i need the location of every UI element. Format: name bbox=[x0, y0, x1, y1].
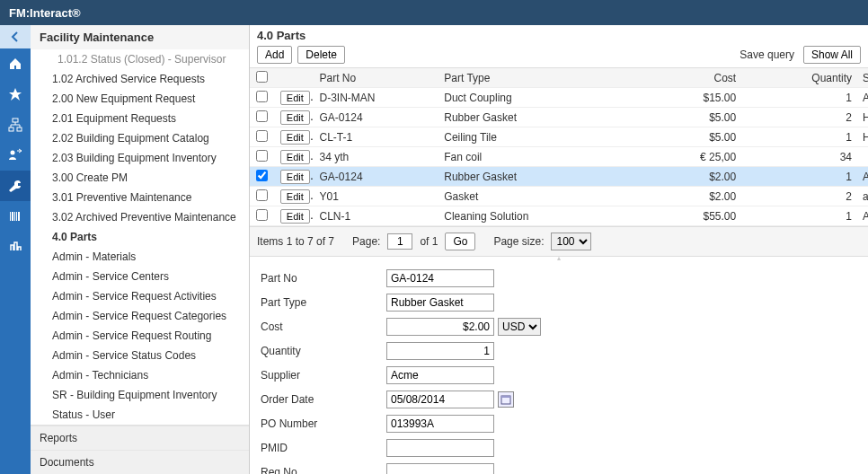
cell-cost: $5.00 bbox=[634, 111, 741, 124]
delete-button[interactable]: Delete bbox=[297, 46, 345, 64]
currency-select[interactable]: USD bbox=[498, 318, 541, 336]
cell-supplier: acme bbox=[857, 190, 868, 203]
nav-item[interactable]: 4.0 Parts bbox=[31, 227, 249, 247]
edit-button[interactable]: Edit bbox=[280, 170, 310, 184]
input-cost[interactable] bbox=[386, 318, 494, 336]
cell-supplier: Acme bbox=[857, 171, 868, 183]
row-checkbox[interactable] bbox=[256, 209, 268, 221]
input-pmid[interactable] bbox=[386, 439, 494, 457]
table-row[interactable]: EditCL-T-1Ceiling Tile$5.001Home Depot bbox=[250, 127, 868, 147]
row-checkbox[interactable] bbox=[256, 170, 268, 181]
row-checkbox[interactable] bbox=[256, 110, 268, 122]
parts-grid: Part No Part Type Cost Quantity Supplier… bbox=[250, 67, 868, 227]
table-row[interactable]: EditGA-0124Rubber Gasket$5.002Home Depot bbox=[250, 108, 868, 127]
input-supplier[interactable] bbox=[386, 366, 494, 384]
star-icon[interactable] bbox=[0, 79, 31, 110]
table-row[interactable]: EditGA-0124Rubber Gasket$2.001Acme bbox=[250, 167, 868, 187]
cell-qty: 1 bbox=[741, 92, 857, 104]
table-row[interactable]: EditD-3IN-MANDuct Coupling$15.001Acme bbox=[250, 88, 868, 108]
row-checkbox[interactable] bbox=[256, 189, 268, 201]
edit-button[interactable]: Edit bbox=[280, 91, 310, 105]
toolbar: Add Delete Save query Show All bbox=[250, 46, 868, 67]
input-ponum[interactable] bbox=[386, 415, 494, 433]
input-partno[interactable] bbox=[386, 269, 494, 287]
app-title: FM:Interact® bbox=[9, 6, 81, 20]
sidebar-section[interactable]: Documents bbox=[31, 450, 249, 474]
nav-item[interactable]: 2.00 New Equipment Request bbox=[31, 89, 249, 109]
label-qty: Quantity bbox=[261, 345, 386, 357]
go-button[interactable]: Go bbox=[445, 233, 475, 250]
col-partno[interactable]: Part No bbox=[314, 72, 439, 84]
nav-item[interactable]: 3.00 Create PM bbox=[31, 168, 249, 188]
cell-partno: D-3IN-MAN bbox=[314, 92, 439, 104]
row-checkbox[interactable] bbox=[256, 91, 268, 102]
nav-item[interactable]: Admin - Materials bbox=[31, 247, 249, 267]
input-orderdate[interactable] bbox=[386, 391, 494, 408]
input-type[interactable] bbox=[386, 294, 494, 312]
asset-icon[interactable] bbox=[0, 232, 31, 262]
input-qty[interactable] bbox=[386, 342, 494, 360]
col-qty[interactable]: Quantity bbox=[741, 72, 857, 84]
nav-item[interactable]: 1.02 Archived Service Requests bbox=[31, 69, 249, 89]
save-query-link[interactable]: Save query bbox=[740, 48, 794, 61]
page-size-select[interactable]: 100 bbox=[551, 233, 591, 250]
svg-rect-4 bbox=[10, 212, 11, 221]
table-row[interactable]: Edit34 ythFan coil€ 25,0034 bbox=[250, 147, 868, 167]
cell-type: Gasket bbox=[438, 190, 634, 203]
row-checkbox[interactable] bbox=[256, 150, 268, 162]
nav-item[interactable]: Admin - Service Status Codes bbox=[31, 346, 249, 365]
org-chart-icon[interactable] bbox=[0, 110, 31, 140]
of-text: of 1 bbox=[420, 235, 438, 248]
nav-item[interactable]: Admin - Service Request Categories bbox=[31, 306, 249, 326]
row-checkbox[interactable] bbox=[256, 130, 268, 142]
edit-button[interactable]: Edit bbox=[280, 189, 310, 204]
cell-cost: $5.00 bbox=[634, 131, 741, 144]
show-all-button[interactable]: Show All bbox=[803, 46, 861, 64]
nav-item[interactable]: Status - User bbox=[31, 405, 249, 425]
table-row[interactable]: EditCLN-1Cleaning Solution$55.001Acme bbox=[250, 206, 868, 226]
edit-button[interactable]: Edit bbox=[280, 150, 310, 164]
calendar-icon[interactable] bbox=[498, 391, 514, 408]
nav-item[interactable]: Admin - Service Request Routing bbox=[31, 326, 249, 346]
cell-cost: $2.00 bbox=[634, 190, 741, 203]
label-cost: Cost bbox=[261, 320, 386, 333]
edit-button[interactable]: Edit bbox=[280, 209, 310, 224]
cell-type: Cleaning Solution bbox=[438, 210, 634, 223]
label-supplier: Supplier bbox=[261, 369, 386, 382]
chevron-left-icon bbox=[11, 31, 20, 42]
nav-item[interactable]: 2.03 Building Equipment Inventory bbox=[31, 148, 249, 168]
col-cost[interactable]: Cost bbox=[634, 72, 741, 84]
cell-qty: 34 bbox=[741, 151, 857, 163]
page-size-label: Page size: bbox=[493, 235, 544, 248]
table-row[interactable]: EditY01Gasket$2.002acme bbox=[250, 187, 868, 206]
add-button[interactable]: Add bbox=[257, 46, 292, 64]
select-all-checkbox[interactable] bbox=[256, 71, 268, 83]
nav-item[interactable]: Admin - Service Centers bbox=[31, 267, 249, 286]
edit-button[interactable]: Edit bbox=[280, 130, 310, 145]
cell-partno: CLN-1 bbox=[314, 210, 439, 223]
barcode-icon[interactable] bbox=[0, 201, 31, 232]
content-area: 4.0 Parts Add Delete Save query Show All… bbox=[250, 25, 868, 474]
nav-item[interactable]: 2.01 Equipment Requests bbox=[31, 109, 249, 128]
page-input[interactable] bbox=[387, 233, 412, 250]
col-type[interactable]: Part Type bbox=[438, 72, 634, 84]
cell-type: Fan coil bbox=[438, 151, 634, 163]
col-supplier[interactable]: Supplier bbox=[857, 72, 868, 84]
nav-item[interactable]: 3.01 Preventive Maintenance bbox=[31, 188, 249, 207]
input-reqno[interactable] bbox=[386, 463, 494, 474]
nav-item[interactable]: SR - Building Equipment Inventory bbox=[31, 385, 249, 405]
edit-button[interactable]: Edit bbox=[280, 110, 310, 125]
wrench-icon[interactable] bbox=[0, 171, 31, 201]
app-header: FM:Interact® bbox=[0, 0, 868, 25]
nav-item[interactable]: Admin - Service Request Activities bbox=[31, 286, 249, 306]
nav-item[interactable]: Admin - Technicians bbox=[31, 365, 249, 385]
nav-item-truncated[interactable]: 1.01.2 Status (Closed) - Supervisor bbox=[31, 49, 249, 69]
nav-item[interactable]: 2.02 Building Equipment Catalog bbox=[31, 128, 249, 148]
sidebar-section[interactable]: Reports bbox=[31, 426, 249, 450]
nav-item[interactable]: 3.02 Archived Preventive Maintenance bbox=[31, 207, 249, 227]
back-button[interactable] bbox=[0, 25, 31, 48]
move-icon[interactable] bbox=[0, 140, 31, 171]
home-icon[interactable] bbox=[0, 48, 31, 79]
cell-supplier: Home Depot bbox=[857, 131, 868, 144]
svg-rect-0 bbox=[13, 118, 18, 122]
